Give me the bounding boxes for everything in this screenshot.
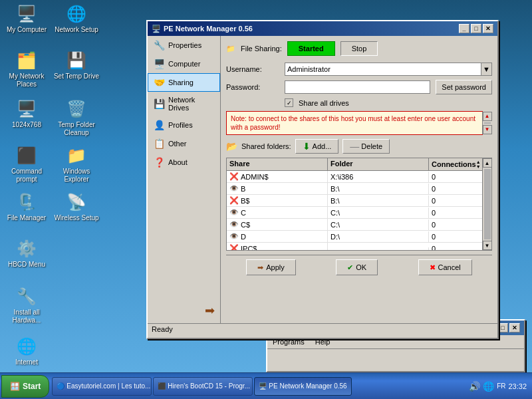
pe-maximize-button[interactable]: □ bbox=[471, 24, 481, 33]
share-cell-share: 👁️C$ bbox=[227, 219, 328, 230]
scroll-thumb bbox=[484, 122, 491, 124]
cancel-label: Cancel bbox=[438, 263, 461, 271]
taskbar-item-easytutoriel[interactable]: 🔵 Easytutoriel.com | Les tuto... bbox=[52, 377, 152, 396]
apply-button[interactable]: ➡ Apply bbox=[246, 259, 296, 275]
shared-folders-label: Shared folders: bbox=[241, 142, 291, 150]
scroll-down-arrow[interactable]: ▼ bbox=[483, 125, 492, 134]
desktop-icon-windows-explorer[interactable]: 📁 Windows Explorer bbox=[53, 145, 100, 184]
start-button[interactable]: 🪟 Start bbox=[1, 375, 49, 398]
ok-label: OK bbox=[356, 263, 366, 271]
sidebar-item-sharing[interactable]: 🤝 Sharing bbox=[148, 73, 220, 92]
shared-folders-icon: 📂 bbox=[226, 141, 237, 152]
table-row[interactable]: 👁️D D:\ 0 bbox=[227, 231, 482, 243]
table-scroll-up[interactable]: ▲ bbox=[483, 158, 492, 168]
share-cell-folder: X:\i386 bbox=[328, 172, 429, 182]
desktop-icon-hbcd[interactable]: ⚙️ HBCD Menu bbox=[3, 238, 50, 269]
stop-button[interactable]: Stop bbox=[340, 41, 378, 56]
desktop-icon-label-resolution: 1024x768 bbox=[12, 121, 41, 129]
scroll-up-arrow[interactable]: ▲ bbox=[483, 112, 492, 121]
desktop-icon-internet[interactable]: 🌐 Internet bbox=[3, 336, 50, 366]
desktop-icon-label-set-temp-drive: Set Temp Drive bbox=[54, 72, 99, 80]
note-box: Note: to connect to the shares of this h… bbox=[226, 111, 483, 135]
share-cell-folder bbox=[328, 247, 429, 250]
sidebar-item-profiles[interactable]: 👤 Profiles bbox=[148, 116, 220, 134]
sidebar-item-computer[interactable]: 🖥️ Computer bbox=[148, 55, 220, 73]
delete-button[interactable]: — Delete bbox=[342, 139, 390, 154]
shared-folders-header: 📂 Shared folders: ⬇ Add... — Delete bbox=[226, 139, 492, 154]
set-password-button[interactable]: Set password bbox=[436, 80, 492, 94]
sidebar-item-properties[interactable]: 🔧 Properties bbox=[148, 36, 220, 55]
desktop-icon-label-internet: Internet bbox=[15, 358, 38, 366]
file-manager-icon: 🗜️ bbox=[16, 192, 37, 213]
pe-minimize-button[interactable]: _ bbox=[459, 24, 469, 33]
tray-sound-icon: 🔊 bbox=[469, 381, 480, 392]
share-table: Share Folder Connections ▲ ▼ bbox=[226, 158, 492, 251]
resolution-icon: 🖥️ bbox=[16, 98, 37, 120]
desktop-icon-label-cmd: Command prompt bbox=[3, 168, 50, 184]
share-cell-conn: 0 bbox=[429, 184, 482, 194]
share-all-drives-checkbox[interactable] bbox=[285, 98, 293, 107]
table-row[interactable]: ❌IPC$ 0 bbox=[227, 243, 482, 250]
desktop-icon-file-manager[interactable]: 🗜️ File Manager bbox=[3, 192, 50, 222]
started-button[interactable]: Started bbox=[287, 41, 335, 56]
username-dropdown-button[interactable]: ▼ bbox=[481, 63, 492, 76]
cancel-button[interactable]: ✖ Cancel bbox=[418, 259, 472, 275]
desktop-icon-label-file-manager: File Manager bbox=[7, 214, 46, 222]
desktop-icon-label-my-network-places: My Network Places bbox=[3, 72, 50, 88]
password-input[interactable] bbox=[285, 80, 430, 94]
desktop-icon-temp-folder[interactable]: 🗑️ Temp Folder Cleanup bbox=[53, 98, 100, 137]
other-icon: 📋 bbox=[154, 138, 164, 149]
connections-sort[interactable]: ▲ ▼ bbox=[476, 160, 481, 169]
hbcd-icon: ⚙️ bbox=[16, 238, 37, 259]
sidebar-label-network-drives: Network Drives bbox=[168, 96, 214, 112]
sidebar-label-other: Other bbox=[168, 140, 187, 148]
pe-close-button[interactable]: ✕ bbox=[483, 24, 493, 33]
sidebar-item-network-drives[interactable]: 💾 Network Drives bbox=[148, 92, 220, 116]
note-scrollbar[interactable]: ▲ ▼ bbox=[482, 112, 491, 134]
table-row[interactable]: 👁️C$ C:\ 0 bbox=[227, 219, 482, 231]
easytutoriel-icon: 🔵 bbox=[57, 382, 65, 390]
share-all-drives-label: Share all drives bbox=[299, 99, 349, 107]
desktop-icon-set-temp-drive[interactable]: 💾 Set Temp Drive bbox=[53, 50, 100, 80]
sidebar-item-about[interactable]: ❓ About bbox=[148, 153, 220, 172]
table-row[interactable]: 👁️B B:\ 0 bbox=[227, 183, 482, 195]
taskbar-item-hirens[interactable]: ⬛ Hiren's BootCD 15 - Progr... bbox=[153, 377, 253, 396]
sidebar-nav-arrow[interactable]: ➡ bbox=[205, 303, 215, 318]
desktop-icon-resolution[interactable]: 🖥️ 1024x768 bbox=[3, 98, 50, 129]
internet-icon: 🌐 bbox=[16, 336, 37, 357]
desktop-icon-install-hardware[interactable]: 🔧 Install all Hardwa... bbox=[3, 286, 50, 325]
table-row[interactable]: 👁️C C:\ 0 bbox=[227, 207, 482, 219]
temp-drive-icon: 💾 bbox=[66, 50, 87, 71]
desktop-icon-command-prompt[interactable]: ⬛ Command prompt bbox=[3, 145, 50, 184]
network-drives-icon: 💾 bbox=[154, 98, 164, 109]
ok-button[interactable]: ✔ OK bbox=[336, 259, 378, 275]
computer-icon: 🖥️ bbox=[16, 3, 37, 25]
desktop-icon-wireless[interactable]: 📡 Wireless Setup bbox=[53, 192, 100, 222]
taskbar-item-pe-manager[interactable]: 🖥️ PE Network Manager 0.56 bbox=[254, 377, 351, 396]
apply-icon: ➡ bbox=[257, 263, 263, 272]
computer-sidebar-icon: 🖥️ bbox=[154, 59, 164, 69]
delete-button-label: Delete bbox=[361, 142, 382, 150]
table-scroll-down[interactable]: ▼ bbox=[483, 241, 492, 250]
row-icon-7: ❌ bbox=[229, 244, 239, 250]
sidebar-label-about: About bbox=[168, 158, 188, 166]
temp-folder-icon: 🗑️ bbox=[66, 98, 87, 120]
hirens-maximize-button[interactable]: □ bbox=[497, 323, 508, 332]
table-scrollbar[interactable]: ▲ ▼ bbox=[482, 158, 491, 250]
add-button[interactable]: ⬇ Add... bbox=[295, 139, 339, 154]
row-icon-1: ❌ bbox=[229, 172, 239, 181]
col-folder: Folder bbox=[328, 158, 429, 170]
table-row[interactable]: ❌B$ B:\ 0 bbox=[227, 195, 482, 207]
hirens-close-button[interactable]: ✕ bbox=[509, 323, 520, 332]
taskbar: 🪟 Start 🔵 Easytutoriel.com | Les tuto...… bbox=[0, 372, 532, 399]
desktop-icon-my-computer[interactable]: 🖥️ My Computer bbox=[3, 3, 50, 34]
username-input[interactable] bbox=[285, 63, 481, 76]
taskbar-items: 🔵 Easytutoriel.com | Les tuto... ⬛ Hiren… bbox=[52, 375, 464, 398]
table-row[interactable]: ❌ADMIN$ X:\i386 0 bbox=[227, 171, 482, 183]
desktop-icon-my-network-places[interactable]: 🗂️ My Network Places bbox=[3, 50, 50, 88]
username-row: Username: ▼ bbox=[226, 63, 492, 76]
sidebar-item-other[interactable]: 📋 Other bbox=[148, 134, 220, 153]
desktop-icon-network-setup[interactable]: 🌐 Network Setup bbox=[53, 3, 100, 34]
share-table-inner: Share Folder Connections ▲ ▼ bbox=[227, 158, 482, 250]
password-row: Password: Set password bbox=[226, 80, 492, 94]
